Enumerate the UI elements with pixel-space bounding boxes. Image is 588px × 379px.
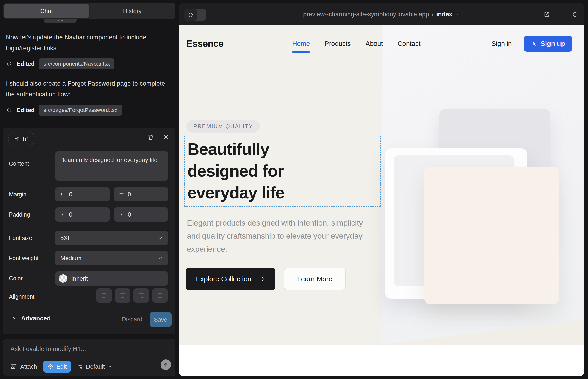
font-size-label: Font size [9, 235, 32, 241]
margin-vertical-input[interactable]: 0 [114, 187, 168, 201]
site-preview: Essence Home Products About Contact Sign… [179, 25, 584, 376]
site-logo[interactable]: Essence [186, 25, 224, 62]
font-size-value: 5XL [60, 235, 71, 242]
save-button[interactable]: Save [150, 312, 171, 327]
edited-file-row: Edited src/pages/ForgotPassword.tsx [6, 105, 122, 116]
sliders-icon [77, 363, 83, 370]
hero-description: Elegant products designed with intention… [187, 216, 370, 255]
chevron-down-icon [108, 364, 112, 369]
preview-frame: preview--charming-site-symphony.lovable.… [179, 3, 584, 376]
font-weight-select[interactable]: Medium [55, 251, 168, 266]
site-navbar: Essence Home Products About Contact Sign… [179, 25, 584, 62]
file-chip[interactable]: src/pages/ForgotPassword.tsx [39, 105, 122, 116]
chevron-down-icon [455, 12, 460, 17]
preview-topbar: preview--charming-site-symphony.lovable.… [179, 3, 584, 25]
content-label: Content [9, 160, 29, 167]
edited-label: Edited [16, 107, 35, 114]
url-separator: / [432, 11, 434, 18]
hero-cta-row: Explore Collection Learn More [186, 268, 346, 290]
url-bar[interactable]: preview--charming-site-symphony.lovable.… [179, 3, 584, 25]
font-weight-label: Font weight [9, 255, 39, 262]
decor-card-beige [424, 167, 559, 304]
scrolled-badge-fragment [44, 19, 77, 23]
model-default-button[interactable]: Default [77, 363, 112, 370]
element-tag-label: h1 [23, 136, 30, 143]
assistant-message: I should also create a Forgot Password p… [6, 78, 170, 100]
composer-input[interactable] [10, 345, 168, 353]
nav-link-home[interactable]: Home [292, 40, 310, 47]
refresh-button[interactable] [572, 11, 578, 18]
align-left-button[interactable] [96, 288, 112, 303]
padding-horizontal-input[interactable]: 0 [55, 207, 110, 222]
file-chip[interactable]: src/components/Navbar.tsx [39, 58, 114, 69]
margin-horizontal-input[interactable]: 0 [55, 187, 110, 201]
padding-horizontal-value: 0 [69, 211, 72, 218]
arrow-up-icon [163, 362, 169, 368]
discard-button[interactable]: Discard [122, 316, 143, 323]
explore-collection-button[interactable]: Explore Collection [186, 268, 275, 290]
edited-label: Edited [16, 60, 35, 67]
hero-badge: PREMIUM QUALITY [186, 120, 260, 133]
delete-element-button[interactable] [147, 134, 154, 141]
color-value: Inherit [71, 275, 88, 282]
align-justify-button[interactable] [152, 288, 168, 303]
sign-in-link[interactable]: Sign in [492, 40, 512, 47]
edit-mode-button[interactable]: Edit [43, 361, 71, 373]
margin-label: Margin [9, 191, 26, 198]
nav-link-contact[interactable]: Contact [398, 40, 421, 47]
nav-link-about[interactable]: About [366, 40, 383, 47]
padding-vertical-value: 0 [128, 211, 131, 218]
padding-horizontal-icon [60, 211, 66, 218]
font-size-select[interactable]: 5XL [55, 231, 168, 245]
color-swatch-icon [59, 274, 67, 283]
app-root: Chat History Now let's update the Navbar… [0, 0, 588, 379]
margin-horizontal-value: 0 [69, 191, 72, 198]
close-icon[interactable] [163, 134, 169, 141]
margin-vertical-icon [119, 191, 124, 197]
code-icon [6, 107, 12, 113]
hero-heading[interactable]: Beautifully designed for everyday life [187, 138, 339, 204]
send-button[interactable] [160, 360, 171, 370]
chat-composer: Attach Edit Default [3, 339, 175, 376]
nav-link-products[interactable]: Products [325, 40, 351, 47]
learn-more-button[interactable]: Learn More [284, 268, 346, 290]
code-icon [6, 61, 12, 67]
url-page: index [436, 11, 452, 18]
element-inspector-panel: h1 Content Beautifully designed for ever… [3, 127, 175, 334]
mobile-view-button[interactable] [558, 11, 564, 18]
margin-vertical-value: 0 [128, 191, 131, 198]
padding-vertical-icon [119, 211, 124, 218]
color-label: Color [9, 275, 23, 282]
chevron-right-icon [12, 316, 16, 321]
chat-history-tabbar: Chat History [3, 3, 175, 19]
alignment-label: Alignment [9, 293, 34, 300]
color-select[interactable]: Inherit [55, 271, 168, 286]
assistant-message: Now let's update the Navbar component to… [6, 32, 170, 54]
sign-up-button[interactable]: Sign up [524, 36, 573, 52]
chevron-down-icon [157, 255, 163, 261]
text-type-icon [14, 136, 20, 142]
tab-chat[interactable]: Chat [4, 4, 89, 18]
content-textarea[interactable]: Beautifully designed for everyday life [55, 151, 168, 181]
open-external-button[interactable] [543, 11, 550, 18]
align-right-button[interactable] [134, 288, 149, 303]
chevron-down-icon [157, 235, 163, 241]
arrow-right-icon [258, 276, 265, 283]
tab-history[interactable]: History [90, 4, 174, 18]
user-icon [531, 41, 538, 47]
inspector-footer: Advanced Discard Save [3, 311, 175, 328]
attach-image-icon [10, 363, 17, 370]
font-weight-value: Medium [60, 255, 81, 262]
padding-vertical-input[interactable]: 0 [114, 207, 168, 222]
url-host: preview--charming-site-symphony.lovable.… [303, 11, 429, 18]
edited-file-row: Edited src/components/Navbar.tsx [6, 58, 114, 69]
advanced-toggle[interactable]: Advanced [12, 315, 51, 322]
target-icon [47, 363, 54, 370]
next-section-background [179, 345, 584, 376]
chat-panel: Chat History Now let's update the Navbar… [0, 0, 179, 379]
attach-button[interactable]: Attach [10, 363, 37, 370]
margin-horizontal-icon [60, 191, 66, 197]
align-center-button[interactable] [115, 288, 130, 303]
site-nav-links: Home Products About Contact [292, 25, 421, 62]
alignment-button-group [96, 288, 168, 303]
